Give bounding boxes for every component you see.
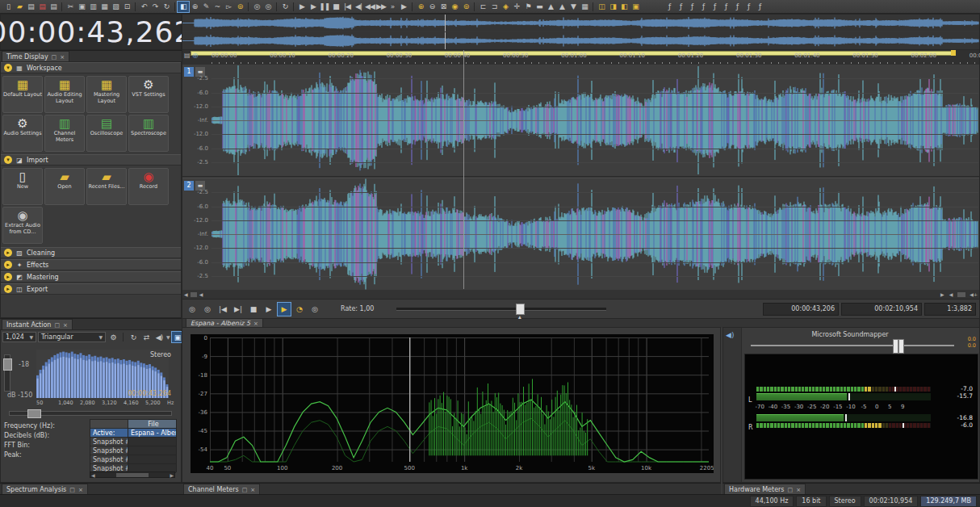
play-icon[interactable]: ▶ — [262, 303, 275, 316]
overview-waveform-right[interactable] — [182, 32, 979, 49]
section-header-export[interactable]: ▸◫Export — [1, 283, 181, 295]
close-icon[interactable]: × — [78, 487, 83, 493]
marker-list-icon[interactable]: ▦ — [579, 2, 590, 12]
repeat-icon[interactable]: ↻ — [161, 2, 172, 12]
cut-icon[interactable]: ✂ — [65, 2, 76, 12]
section-header-import[interactable]: ▾◪Import — [1, 154, 181, 166]
section-toggle-icon[interactable]: ▸ — [4, 273, 12, 281]
copy-icon[interactable]: ▣ — [76, 2, 87, 12]
save-all-icon[interactable]: ▤ — [48, 2, 59, 12]
marker-drop-icon[interactable]: ▼ — [567, 2, 579, 12]
section-header-cleaning[interactable]: ▸▨Cleaning — [1, 247, 181, 258]
channel-converter-icon[interactable]: ◧ — [178, 2, 189, 12]
crosshair-icon[interactable]: ✛ — [511, 2, 522, 12]
section-header-workspace[interactable]: ▾▦Workspace — [1, 62, 181, 73]
close-icon[interactable]: × — [250, 487, 255, 493]
import-open-button[interactable]: ▰Open — [44, 168, 85, 205]
open-file-icon[interactable]: ▰ — [14, 2, 25, 12]
region-edit-icon[interactable]: ◨ — [607, 2, 618, 12]
zoom-in-icon[interactable]: ⊕ — [415, 2, 426, 12]
scroll-thumb[interactable] — [116, 473, 149, 477]
pin-icon[interactable]: □ — [242, 487, 248, 493]
loop-icon[interactable]: ◎ — [201, 303, 214, 316]
table-row[interactable]: Snapshot #2: — [90, 446, 176, 455]
edit-tool-icon[interactable]: ▤ — [184, 52, 191, 59]
hw-gain-handle-l[interactable] — [893, 339, 898, 354]
import-new-button[interactable]: ▯New — [2, 168, 43, 205]
scroll-left2-icon[interactable]: ◀ — [199, 291, 203, 297]
zoom-thumb[interactable] — [957, 292, 965, 297]
scrub-icon[interactable]: ◔ — [293, 303, 306, 316]
workspace-spectroscope-button[interactable]: ▥Spectroscope — [128, 115, 169, 152]
spectrum-v-slider[interactable] — [4, 354, 10, 392]
pencil-tool-icon[interactable]: ✎ — [200, 2, 211, 12]
undo-icon[interactable]: ↶ — [138, 2, 149, 12]
waveform-lane-2[interactable]: 2 ▬ -2.5-6.0-12.0-Inf.-12.0-6.0-2.5 — [182, 178, 979, 291]
marker-b-icon[interactable]: ▲ — [556, 2, 567, 12]
scroll-left-icon[interactable]: ◀ — [91, 472, 95, 478]
trim-crop-icon[interactable]: ⊡ — [121, 2, 132, 12]
go-to-end-icon[interactable]: ▶| — [232, 303, 245, 316]
import-record-button[interactable]: ◉Record — [128, 168, 169, 205]
loop-playback-icon[interactable]: ◎ — [262, 2, 274, 12]
window-type-select[interactable]: Triangular▼ — [38, 332, 106, 342]
pin-icon[interactable]: □ — [69, 487, 75, 493]
scroll-left-icon[interactable]: ◀ — [184, 291, 188, 297]
redo-icon[interactable]: ↷ — [149, 2, 161, 12]
selection-grid-icon[interactable]: ▣ — [630, 2, 641, 12]
record-icon[interactable]: ◎ — [186, 303, 199, 316]
play-icon[interactable]: ▶ — [308, 2, 319, 12]
restore-view-icon[interactable]: ⊏ — [477, 2, 488, 12]
fast-forward-icon[interactable]: » — [387, 2, 398, 12]
spectrum-v-slider-handle[interactable] — [3, 358, 12, 371]
zoom-in-h-icon[interactable]: ◀ — [949, 291, 953, 297]
stop-icon[interactable]: ■ — [247, 303, 260, 316]
hw-gain-handle-r[interactable] — [898, 339, 904, 354]
close-icon[interactable]: × — [253, 321, 258, 327]
play-all-icon[interactable]: ▶ — [296, 2, 308, 12]
close-icon[interactable]: × — [60, 54, 65, 61]
forward-icon[interactable]: ▶▶ — [375, 2, 387, 12]
script-1-icon[interactable]: ƒ — [720, 2, 731, 12]
table-row[interactable]: Active:Espana - Albeniz — [90, 429, 176, 438]
zoom-selection-icon[interactable]: ⊠ — [438, 2, 449, 12]
fft-size-select[interactable]: 1,024▼ — [2, 332, 36, 342]
workspace-vst-settings-button[interactable]: ⚙VST Settings — [128, 76, 169, 113]
play-plugin-icon[interactable]: ▶ — [278, 303, 291, 316]
loop-end-marker[interactable] — [951, 50, 956, 56]
section-toggle-icon[interactable]: ▸ — [4, 249, 12, 257]
event-edit-icon[interactable]: ◧ — [618, 2, 630, 12]
close-icon[interactable]: × — [63, 322, 68, 329]
table-row[interactable]: Snapshot #3: — [90, 455, 176, 464]
import-extract-audio-from-cd-button[interactable]: ◉Extract Audio from CD... — [2, 207, 43, 244]
import-recent-files-button[interactable]: ▰Recent Files... — [86, 168, 127, 205]
pin-icon[interactable]: □ — [52, 54, 57, 61]
tab-channel-meters[interactable]: Channel Meters □× — [183, 484, 260, 495]
playhead-cursor[interactable] — [463, 50, 464, 289]
marker-a-icon[interactable]: ▲ — [545, 2, 556, 12]
event-tool-icon[interactable]: ▻ — [223, 2, 234, 12]
rate-slider-handle[interactable] — [516, 304, 525, 315]
set-view-icon[interactable]: ⊐ — [488, 2, 500, 12]
spectrum-h-slider[interactable] — [9, 411, 172, 416]
overview-waveform-left[interactable] — [182, 15, 979, 31]
script-2-icon[interactable]: ƒ — [731, 2, 743, 12]
tab-instant-action[interactable]: Instant Action □× — [2, 319, 73, 330]
auto-region-icon[interactable]: ◫ — [596, 2, 607, 12]
tab-hardware-meters[interactable]: Hardware Meters □× — [724, 484, 806, 495]
workspace-mastering-layout-button[interactable]: ▦Mastering Layout — [86, 76, 127, 113]
paste-special-icon[interactable]: ▦ — [98, 2, 110, 12]
jog-icon[interactable]: ◎ — [308, 303, 321, 316]
script-4-icon[interactable]: ƒ — [754, 2, 765, 12]
sync-icon[interactable]: ⇄ — [140, 332, 152, 342]
refresh-icon[interactable]: ↻ — [128, 332, 139, 342]
workspace-audio-editing-layout-button[interactable]: ▦Audio Editing Layout — [44, 76, 85, 113]
go-to-end-icon[interactable]: ◀| — [353, 2, 364, 12]
zoom-out-icon[interactable]: ⊖ — [426, 2, 438, 12]
tab-time-display[interactable]: Time Display □× — [2, 51, 69, 62]
wave-h-scrollbar[interactable]: ◀ ◀ ▶ ◀ ◀+ — [182, 290, 979, 300]
section-header-mastering[interactable]: ▸◩Mastering — [1, 271, 181, 283]
paste-icon[interactable]: ▥ — [87, 2, 98, 12]
snapshot-h-scrollbar[interactable]: ◀ ▶ — [90, 471, 175, 478]
gear-icon[interactable]: ⚙ — [107, 332, 119, 342]
